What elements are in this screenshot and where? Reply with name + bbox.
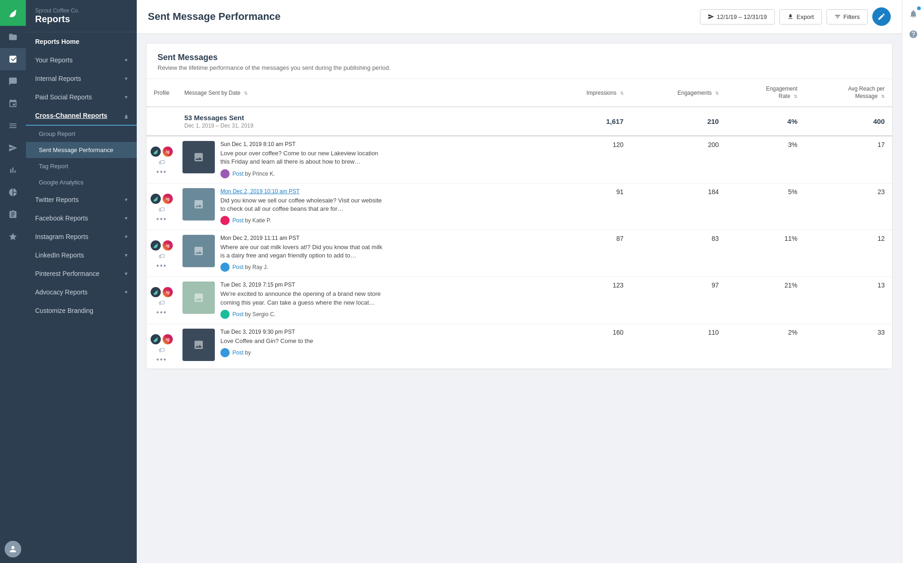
- chevron-up-icon: ▴: [125, 112, 128, 119]
- sidebar-item-pinterest-performance[interactable]: Pinterest Performance ▾: [26, 264, 137, 283]
- message-thumbnail: [182, 329, 215, 361]
- user-avatar[interactable]: [5, 541, 21, 557]
- sidebar-item-twitter-reports[interactable]: Twitter Reports ▾: [26, 190, 137, 209]
- tag-icon[interactable]: 🏷: [158, 346, 165, 354]
- message-content: Mon Dec 2, 2019 10:10 am PST Did you kno…: [220, 188, 387, 225]
- col-profile: Profile: [146, 79, 177, 107]
- message-date: Tue Dec 3, 2019 7:15 pm PST: [220, 282, 387, 288]
- message-thumbnail: [182, 141, 215, 173]
- rail-icon-circle-chart[interactable]: [0, 181, 26, 203]
- engagements-cell: 110: [631, 324, 726, 368]
- sidebar-item-facebook-reports[interactable]: Facebook Reports ▾: [26, 209, 137, 227]
- rail-icon-pin[interactable]: [0, 92, 26, 115]
- engagement-rate-cell: 5%: [726, 183, 805, 230]
- rail-icon-messages[interactable]: [0, 70, 26, 92]
- social-icons: ig: [151, 240, 173, 251]
- more-options-icon[interactable]: •••: [157, 262, 167, 270]
- avg-reach-cell: 12: [805, 230, 892, 276]
- chevron-down-icon: ▾: [125, 75, 128, 82]
- sort-icon: ⇅: [794, 94, 797, 99]
- post-link[interactable]: Post: [232, 311, 243, 318]
- post-link[interactable]: Post: [232, 171, 243, 177]
- post-link[interactable]: Post: [232, 349, 243, 356]
- sidebar-sub-item-google-analytics[interactable]: Google Analytics: [26, 174, 137, 190]
- rail-icon-list[interactable]: [0, 115, 26, 137]
- sidebar-item-customize-branding[interactable]: Customize Branding: [26, 301, 137, 320]
- sidebar-sub-item-sent-message-performance[interactable]: Sent Message Performance: [26, 142, 137, 158]
- notification-icon[interactable]: [905, 6, 922, 22]
- sidebar-item-your-reports[interactable]: Your Reports ▾: [26, 51, 137, 69]
- tag-icon[interactable]: 🏷: [158, 299, 165, 306]
- sidebar-item-advocacy-reports[interactable]: Advocacy Reports ▾: [26, 283, 137, 301]
- rail-icon-chart[interactable]: [0, 159, 26, 181]
- author-avatar: [220, 216, 230, 225]
- sidebar-item-paid-social-reports[interactable]: Paid Social Reports ▾: [26, 88, 137, 106]
- table-row: ig 🏷 ••• Mon Dec 2, 2019 11:11 am PST Wh…: [146, 230, 892, 276]
- message-content: Mon Dec 2, 2019 11:11 am PST Where are o…: [220, 235, 387, 272]
- more-options-icon[interactable]: •••: [157, 168, 167, 176]
- instagram-icon: ig: [163, 194, 173, 204]
- col-message-date[interactable]: Message Sent by Date ⇅: [177, 79, 543, 107]
- profile-icons-cell: ig 🏷 •••: [150, 235, 173, 270]
- sidebar-item-linkedin-reports[interactable]: LinkedIn Reports ▾: [26, 246, 137, 264]
- instagram-icon: ig: [163, 147, 173, 157]
- main-content: Sent Message Performance 12/1/19 – 12/31…: [137, 0, 902, 563]
- col-impressions[interactable]: Impressions ⇅: [543, 79, 631, 107]
- message-text: Love Coffee and Gin? Come to the: [220, 337, 313, 345]
- table-row: ig 🏷 ••• Tue Dec 3, 2019 7:15 pm PST We'…: [146, 277, 892, 324]
- chevron-down-icon: ▾: [125, 252, 128, 258]
- more-options-icon[interactable]: •••: [157, 215, 167, 223]
- instagram-icon: ig: [163, 334, 173, 344]
- message-date[interactable]: Mon Dec 2, 2019 10:10 am PST: [220, 188, 387, 195]
- social-icons: ig: [151, 334, 173, 344]
- more-options-icon[interactable]: •••: [157, 355, 167, 364]
- coffee-icon: [151, 240, 161, 251]
- message-thumbnail: [182, 282, 215, 314]
- avg-reach-cell: 13: [805, 277, 892, 324]
- col-avg-reach[interactable]: Avg Reach perMessage ⇅: [805, 79, 892, 107]
- instagram-icon: ig: [163, 240, 173, 251]
- engagements-cell: 184: [631, 183, 726, 230]
- message-thumbnail: [182, 188, 215, 220]
- author-name: Post by Prince K.: [232, 171, 275, 177]
- coffee-icon: [151, 287, 161, 297]
- rail-icon-tasks[interactable]: [0, 203, 26, 226]
- sidebar-item-internal-reports[interactable]: Internal Reports ▾: [26, 69, 137, 88]
- rail-icon-star[interactable]: [0, 226, 26, 248]
- message-text: Love pour over coffee? Come to our new L…: [220, 149, 387, 166]
- sidebar-item-cross-channel-reports[interactable]: Cross-Channel Reports ▴: [26, 106, 137, 126]
- sidebar-item-instagram-reports[interactable]: Instagram Reports ▾: [26, 227, 137, 246]
- message-author: Post by Katie P.: [220, 216, 387, 225]
- card-title: Sent Messages: [158, 53, 881, 62]
- export-button[interactable]: Export: [779, 9, 822, 24]
- company-name: Sprout Coffee Co.: [35, 7, 128, 14]
- rail-icon-folder[interactable]: [0, 26, 26, 48]
- instagram-icon: ig: [163, 287, 173, 297]
- tag-icon[interactable]: 🏷: [158, 159, 165, 166]
- col-engagements[interactable]: Engagements ⇅: [631, 79, 726, 107]
- sidebar-sub-item-tag-report[interactable]: Tag Report: [26, 158, 137, 174]
- date-range-button[interactable]: 12/1/19 – 12/31/19: [700, 9, 775, 24]
- tag-icon[interactable]: 🏷: [158, 252, 165, 260]
- sidebar-sub-item-group-report[interactable]: Group Report: [26, 126, 137, 142]
- post-link[interactable]: Post: [232, 264, 243, 270]
- more-options-icon[interactable]: •••: [157, 308, 167, 317]
- author-name: Post by Katie P.: [232, 217, 271, 224]
- col-engagement-rate[interactable]: EngagementRate ⇅: [726, 79, 805, 107]
- tag-icon[interactable]: 🏷: [158, 206, 165, 213]
- rail-icon-send[interactable]: [0, 137, 26, 159]
- engagements-cell: 97: [631, 277, 726, 324]
- help-icon[interactable]: [905, 26, 922, 43]
- message-content: Sun Dec 1, 2019 8:10 am PST Love pour ov…: [220, 141, 387, 178]
- chevron-down-icon: ▾: [125, 57, 128, 63]
- avg-reach-cell: 23: [805, 183, 892, 230]
- sidebar-item-reports-home[interactable]: Reports Home: [26, 32, 137, 51]
- rail-icon-reports[interactable]: [0, 48, 26, 70]
- profile-icons-cell: ig 🏷 •••: [150, 141, 173, 176]
- post-link[interactable]: Post: [232, 217, 243, 224]
- author-avatar: [220, 263, 230, 272]
- compose-button[interactable]: [872, 7, 891, 26]
- filters-button[interactable]: Filters: [827, 9, 868, 24]
- profile-icons-cell: ig 🏷 •••: [150, 329, 173, 364]
- avg-reach-cell: 17: [805, 136, 892, 183]
